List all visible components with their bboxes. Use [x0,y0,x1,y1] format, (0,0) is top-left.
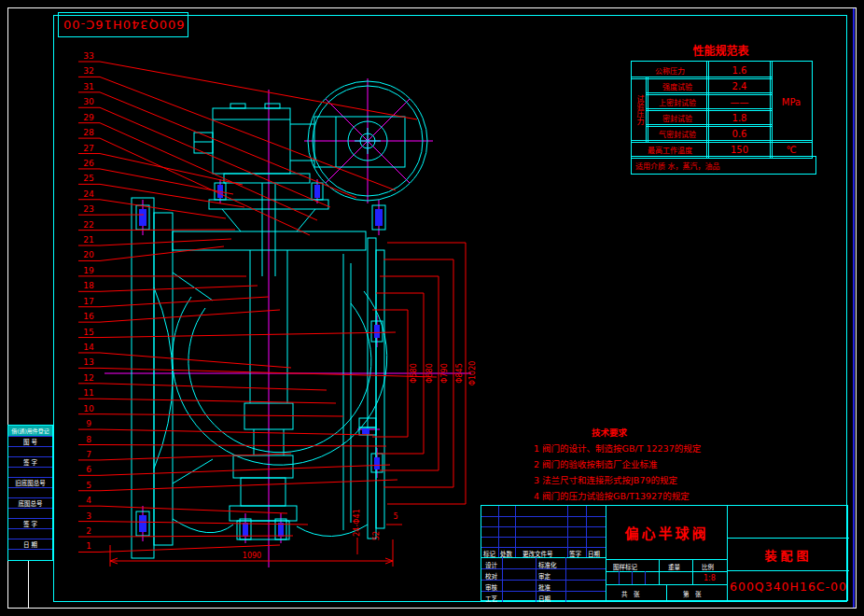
margin-label-sign-2: 签 字 [8,519,52,529]
rev-header-date: 日期 [588,549,600,558]
left-margin-line [28,561,29,609]
tech-req-item-3: 3 法兰尺寸和连接形式按JB79的规定 [534,472,817,488]
sheet-number: 第 张 [683,589,702,598]
mid-header-weight: 重量 [668,562,680,571]
corner-drawing-number-box: 600Q340H16C-00 [58,12,188,37]
margin-label-date: 日 期 [8,539,52,550]
role-check: 校对 [485,571,497,581]
rev-header-sign: 签字 [569,549,581,558]
performance-spec-table: 性能规范表 公称压力 1.6 试验压力 强度试验 2.4 上密封试验 —— 密封… [631,42,811,175]
spec-table-title: 性能规范表 [631,42,811,58]
margin-label-master: 底图总号 [8,498,52,509]
cad-drawing-canvas: Φ580 Φ680 Φ790 Φ845 Φ1020 1090 24-Φ41 52… [0,0,864,616]
tech-req-title: 技术要求 [592,425,817,441]
margin-label-old-master: 旧底图总号 [8,478,52,488]
role-approve-rev: 审定 [538,571,550,581]
mid-header-scale: 比例 [702,562,714,571]
role-standard: 标准化 [538,560,557,569]
technical-requirements: 技术要求 1 阀门的设计、制造按GB/T 12237的规定 2 阀门的验收按制造… [534,425,817,504]
corner-drawing-number: 600Q340H16C-00 [63,18,185,32]
tech-req-item-4: 4 阀门的压力试验按GB/T13927的规定 [534,488,817,504]
title-block: 标记 处数 更改文件号 签字 日期 设计 校对 审核 工艺 标准化 审定 批准 … [481,505,848,601]
tech-req-item-1: 1 阀门的设计、制造按GB/T 12237的规定 [534,441,817,456]
sheet-name: 装配图 [728,539,849,570]
margin-strip-header: 借(通)用件登记 [8,426,52,437]
mid-header-stage: 图样标记 [613,562,637,571]
rev-header-doc: 更改文件号 [523,549,553,558]
role-process: 工艺 [485,594,497,603]
drawing-number: 600Q340H16C-00 [728,571,849,602]
sheet-total: 共 张 [621,589,640,598]
role-design: 设计 [485,560,497,569]
scale-value: 1:8 [704,574,716,582]
spec-pressure-unit: MPa [770,61,813,143]
margin-label-fig-no: 图 号 [8,437,52,447]
role-approve: 批准 [538,582,550,592]
margin-strip-table: 借(通)用件登记 图 号 签 字 旧底图总号 底图总号 签 字 日 期 [7,425,53,561]
role-review: 审核 [485,582,497,592]
role-date: 日期 [538,594,550,603]
product-name: 偏心半球阀 [606,506,727,559]
margin-label-sign-1: 签 字 [8,457,52,468]
tech-req-item-2: 2 阀门的验收按制造厂企业标准 [534,456,817,472]
rev-header-mark: 标记 [483,549,495,558]
spec-media-row: 适用介质 水，蒸汽，油品 [631,156,816,175]
right-margin-line [853,8,855,608]
